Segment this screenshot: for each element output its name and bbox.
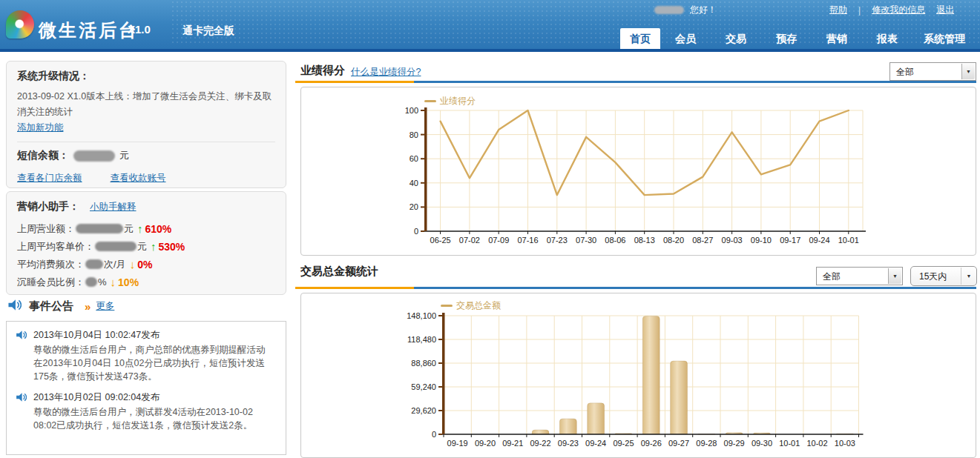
sms-balance-label: 短信余额： bbox=[17, 149, 69, 162]
stat-percent: 530% bbox=[159, 241, 185, 253]
tab-reports[interactable]: 报表 bbox=[862, 28, 912, 49]
section-rule bbox=[295, 81, 976, 83]
sms-balance-row: 短信余额： 元 bbox=[17, 149, 275, 162]
stat-consumption-frequency: 平均消费频次： 次/月 ↓ 0% bbox=[17, 258, 275, 271]
tab-members[interactable]: 会员 bbox=[660, 28, 711, 49]
tab-home[interactable]: 首页 bbox=[620, 28, 660, 49]
svg-text:10-01: 10-01 bbox=[779, 439, 800, 448]
greeting-text: 您好！ bbox=[690, 4, 717, 16]
header-links: 帮助 | 修改我的信息 退出 bbox=[829, 4, 954, 16]
svg-text:08-27: 08-27 bbox=[692, 236, 713, 245]
speaker-icon bbox=[16, 330, 27, 383]
svg-text:20: 20 bbox=[410, 202, 418, 211]
announcement-date: 2013年10月02日 09:02:04发布 bbox=[33, 391, 272, 404]
dropdown-arrow-button[interactable] bbox=[888, 268, 901, 284]
system-upgrade-body: 2013-09-02 X1.0版本上线：增加了微生活会员关注、绑卡及取消关注的统… bbox=[17, 89, 275, 119]
greeting-area: 您好！ bbox=[654, 4, 717, 16]
svg-text:10-02: 10-02 bbox=[806, 439, 827, 448]
announcement-content: 2013年10月02日 09:02:04发布 尊敬的微生活后台用户，测试群发4活… bbox=[33, 391, 272, 433]
svg-text:09-22: 09-22 bbox=[530, 439, 550, 448]
header-bottom-strip bbox=[0, 49, 980, 52]
edit-profile-link[interactable]: 修改我的信息 bbox=[872, 4, 925, 16]
store-balance-link[interactable]: 查看各门店余额 bbox=[17, 172, 82, 185]
svg-text:0: 0 bbox=[432, 430, 436, 439]
svg-text:07-23: 07-23 bbox=[547, 236, 568, 245]
svg-text:09-21: 09-21 bbox=[502, 439, 523, 448]
stat-avg-ticket: 上周平均客单价： 元 ↑ 530% bbox=[17, 240, 275, 253]
up-arrow-icon: ↑ bbox=[137, 222, 143, 235]
add-feature-link[interactable]: 添加新功能 bbox=[17, 122, 64, 134]
stat-label: 上周平均客单价： bbox=[17, 240, 94, 253]
svg-text:88,860: 88,860 bbox=[411, 359, 436, 368]
date-range-select[interactable]: 15天内 bbox=[910, 266, 977, 286]
tab-marketing[interactable]: 营销 bbox=[812, 28, 862, 49]
balance-links-row: 查看各门店余额 查看收款账号 bbox=[17, 170, 275, 185]
selected-value: 全部 bbox=[823, 271, 841, 283]
edition-label: 通卡完全版 bbox=[182, 24, 234, 38]
svg-text:10-03: 10-03 bbox=[835, 439, 855, 448]
selected-value: 全部 bbox=[896, 66, 914, 79]
svg-text:07-30: 07-30 bbox=[576, 236, 596, 245]
dropdown-arrow-button[interactable] bbox=[961, 268, 976, 285]
svg-text:40: 40 bbox=[410, 179, 418, 187]
svg-text:09-27: 09-27 bbox=[668, 439, 689, 448]
svg-text:118,480: 118,480 bbox=[407, 335, 436, 344]
app-header: 微生活后台 X1.0 通卡完全版 您好！ 帮助 | 修改我的信息 退出 首页 会… bbox=[0, 0, 980, 52]
announcement-date: 2013年10月04日 10:02:47发布 bbox=[33, 329, 272, 342]
double-chevron-icon: » bbox=[85, 300, 91, 313]
transactions-bar-chart: 09-1909-2009-2109-2209-2309-2409-2509-26… bbox=[301, 293, 976, 457]
legend-label: 业绩得分 bbox=[440, 95, 476, 107]
stat-unit: 元 bbox=[137, 240, 147, 253]
svg-text:100: 100 bbox=[405, 106, 418, 115]
sms-balance-redacted bbox=[73, 150, 115, 162]
transactions-filter-select[interactable]: 全部 bbox=[816, 267, 903, 285]
stat-label: 上周营业额： bbox=[17, 222, 75, 236]
stat-percent: 10% bbox=[118, 276, 139, 288]
legend-line-swatch bbox=[441, 305, 453, 307]
svg-text:07-09: 07-09 bbox=[488, 236, 509, 245]
help-link[interactable]: 帮助 bbox=[829, 4, 847, 16]
svg-text:09-28: 09-28 bbox=[696, 439, 717, 448]
svg-text:60: 60 bbox=[410, 154, 418, 163]
svg-text:148,100: 148,100 bbox=[407, 311, 436, 320]
announcements-header: 事件公告 » 更多 bbox=[7, 299, 114, 314]
svg-text:0: 0 bbox=[414, 227, 418, 236]
tab-transactions[interactable]: 交易 bbox=[711, 28, 761, 49]
svg-text:80: 80 bbox=[410, 130, 418, 139]
payee-account-link[interactable]: 查看收款账号 bbox=[111, 172, 166, 185]
caret-down-icon bbox=[889, 273, 901, 279]
section-rule bbox=[295, 287, 976, 289]
main-nav: 首页 会员 交易 预存 营销 报表 系统管理 bbox=[620, 28, 976, 49]
svg-text:09-24: 09-24 bbox=[809, 236, 829, 245]
svg-text:07-16: 07-16 bbox=[517, 236, 538, 245]
assistant-explain-link[interactable]: 小助手解释 bbox=[90, 201, 137, 213]
tab-prepaid[interactable]: 预存 bbox=[761, 28, 812, 49]
chart-legend: 业绩得分 bbox=[424, 95, 476, 107]
legend-label: 交易总金额 bbox=[456, 299, 501, 312]
svg-text:09-23: 09-23 bbox=[558, 439, 579, 448]
divider bbox=[17, 142, 275, 142]
stat-percent: 0% bbox=[137, 259, 152, 271]
more-announcements-link[interactable]: 更多 bbox=[96, 300, 114, 313]
marketing-assistant-title: 营销小助手： bbox=[17, 200, 79, 213]
announcements-panel: 2013年10月04日 10:02:47发布 尊敬的微生活后台用户，商户总部的优… bbox=[6, 321, 286, 455]
dropdown-arrow-button[interactable] bbox=[961, 64, 975, 79]
app-title: 微生活后台 bbox=[39, 19, 139, 42]
marketing-assistant-header: 营销小助手： 小助手解释 bbox=[17, 200, 275, 213]
assistant-stats: 上周营业额： 元 ↑ 610% 上周平均客单价： 元 ↑ 530% 平均消费频次… bbox=[17, 222, 275, 288]
svg-text:09-30: 09-30 bbox=[752, 439, 772, 448]
svg-text:08-13: 08-13 bbox=[634, 236, 655, 245]
logout-link[interactable]: 退出 bbox=[936, 4, 954, 16]
tab-system-management[interactable]: 系统管理 bbox=[912, 28, 976, 49]
what-is-score-link[interactable]: 什么是业绩得分? bbox=[351, 66, 421, 79]
svg-text:09-19: 09-19 bbox=[447, 439, 468, 448]
svg-text:10-01: 10-01 bbox=[838, 236, 859, 245]
stat-value-redacted bbox=[76, 224, 123, 233]
transactions-chart-panel: 09-1909-2009-2109-2209-2309-2409-2509-26… bbox=[300, 293, 976, 458]
legend-line-swatch bbox=[424, 100, 436, 102]
svg-text:07-02: 07-02 bbox=[459, 236, 480, 245]
performance-filter-select[interactable]: 全部 bbox=[889, 62, 976, 81]
stat-value-redacted bbox=[85, 259, 103, 269]
announcement-item: 2013年10月04日 10:02:47发布 尊敬的微生活后台用户，商户总部的优… bbox=[16, 329, 277, 383]
announcements-title: 事件公告 bbox=[29, 299, 73, 313]
